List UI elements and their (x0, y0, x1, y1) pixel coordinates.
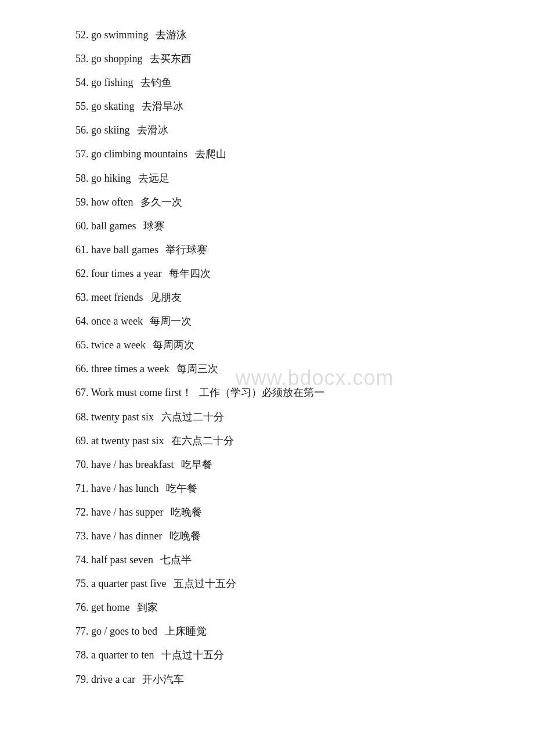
list-item: 70. have / has breakfast 吃早餐 (75, 453, 459, 477)
list-item: 55. go skating 去滑旱冰 (75, 95, 459, 118)
item-number: 52. (75, 29, 91, 41)
item-number: 75. (75, 578, 91, 589)
item-chinese: 举行球赛 (165, 244, 207, 255)
item-chinese: 吃晚餐 (169, 530, 201, 542)
item-chinese: 五点过十五分 (174, 578, 236, 589)
item-number: 74. (75, 554, 91, 566)
list-item: 68. twenty past six 六点过二十分 (75, 405, 459, 429)
item-english: have / has dinner (91, 530, 162, 542)
item-chinese: 去滑旱冰 (142, 100, 183, 112)
item-english: how often (91, 196, 133, 208)
item-english: go / goes to bed (91, 625, 157, 637)
list-item: 69. at twenty past six 在六点二十分 (75, 429, 459, 453)
item-english: twice a week (91, 339, 146, 351)
item-chinese: 每周一次 (150, 315, 192, 327)
item-chinese: 每年四次 (169, 268, 211, 279)
list-item: 63. meet friends 见朋友 (75, 286, 459, 309)
item-chinese: 工作（学习）必须放在第一 (199, 387, 324, 398)
item-number: 68. (75, 411, 91, 423)
item-chinese: 见朋友 (150, 291, 182, 303)
item-english: meet friends (91, 291, 143, 303)
item-number: 65. (75, 339, 91, 351)
list-item: 64. once a week 每周一次 (75, 309, 459, 333)
item-chinese: 上床睡觉 (165, 625, 207, 637)
item-number: 63. (75, 291, 91, 303)
item-english: go swimming (91, 29, 149, 41)
item-chinese: 去买东西 (150, 53, 192, 64)
item-number: 59. (75, 196, 91, 208)
item-number: 77. (75, 625, 91, 637)
item-english: go skiing (91, 124, 130, 136)
item-english: have / has breakfast (91, 459, 174, 470)
list-item: 74. half past seven 七点半 (75, 548, 459, 572)
item-chinese: 吃早餐 (181, 459, 212, 470)
item-english: ball games (91, 220, 136, 232)
item-number: 64. (75, 315, 91, 327)
item-chinese: 球赛 (143, 220, 164, 232)
item-number: 73. (75, 530, 91, 542)
item-number: 72. (75, 506, 91, 518)
item-number: 66. (75, 363, 91, 375)
item-chinese: 去滑冰 (137, 124, 168, 136)
item-number: 62. (75, 268, 91, 279)
item-chinese: 去远足 (138, 172, 169, 184)
list-item: 59. how often 多久一次 (75, 190, 459, 214)
list-item: 65. twice a week 每周两次 (75, 333, 459, 357)
list-item: 53. go shopping 去买东西 (75, 47, 459, 71)
item-chinese: 每周三次 (176, 363, 218, 375)
item-english: four times a year (91, 268, 161, 279)
item-chinese: 去游泳 (156, 29, 187, 41)
item-number: 71. (75, 483, 91, 494)
item-number: 79. (75, 674, 91, 685)
vocabulary-list: 52. go swimming 去游泳53. go shopping 去买东西5… (75, 23, 459, 692)
item-english: have / has supper (91, 506, 163, 518)
list-item: 67. Work must come first！ 工作（学习）必须放在第一 (75, 381, 459, 405)
item-english: twenty past six (91, 411, 154, 423)
item-english: go climbing mountains (91, 148, 187, 160)
list-item: 75. a quarter past five 五点过十五分 (75, 572, 459, 596)
item-chinese: 十点过十五分 (161, 649, 224, 661)
list-item: 73. have / has dinner 吃晚餐 (75, 524, 459, 548)
item-english: at twenty past six (91, 435, 164, 447)
item-english: a quarter past five (91, 578, 166, 589)
item-english: Work must come first！ (91, 387, 192, 398)
item-english: three times a week (91, 363, 169, 375)
list-item: 60. ball games 球赛 (75, 214, 459, 238)
item-chinese: 七点半 (160, 554, 192, 566)
item-english: have ball games (91, 244, 158, 255)
item-number: 70. (75, 459, 91, 470)
list-item: 71. have / has lunch 吃午餐 (75, 477, 459, 501)
item-number: 56. (75, 124, 91, 136)
item-number: 60. (75, 220, 91, 232)
item-chinese: 多久一次 (140, 196, 182, 208)
list-item: 57. go climbing mountains 去爬山 (75, 142, 459, 166)
list-item: 78. a quarter to ten 十点过十五分 (75, 643, 459, 667)
list-item: 56. go skiing 去滑冰 (75, 118, 459, 142)
item-chinese: 吃午餐 (166, 483, 197, 494)
item-number: 55. (75, 100, 91, 112)
list-item: 77. go / goes to bed 上床睡觉 (75, 620, 459, 643)
item-number: 61. (75, 244, 91, 255)
item-number: 67. (75, 387, 91, 398)
list-item: 79. drive a car 开小汽车 (75, 668, 459, 692)
item-chinese: 到家 (137, 602, 158, 613)
item-chinese: 每周两次 (153, 339, 194, 351)
item-number: 53. (75, 53, 91, 64)
item-english: half past seven (91, 554, 153, 566)
item-english: go skating (91, 100, 135, 112)
item-english: go shopping (91, 53, 143, 64)
list-item: 58. go hiking 去远足 (75, 167, 459, 190)
list-item: 76. get home 到家 (75, 596, 459, 620)
item-number: 57. (75, 148, 91, 160)
item-chinese: 在六点二十分 (171, 435, 234, 447)
item-number: 58. (75, 172, 91, 184)
item-chinese: 吃晚餐 (171, 506, 202, 518)
item-english: go fishing (91, 77, 134, 88)
item-chinese: 六点过二十分 (161, 411, 224, 423)
item-english: have / has lunch (91, 483, 158, 494)
list-item: 62. four times a year 每年四次 (75, 262, 459, 286)
item-english: go hiking (91, 172, 131, 184)
item-english: get home (91, 602, 129, 613)
item-chinese: 去爬山 (195, 148, 226, 160)
list-item: 61. have ball games 举行球赛 (75, 238, 459, 262)
